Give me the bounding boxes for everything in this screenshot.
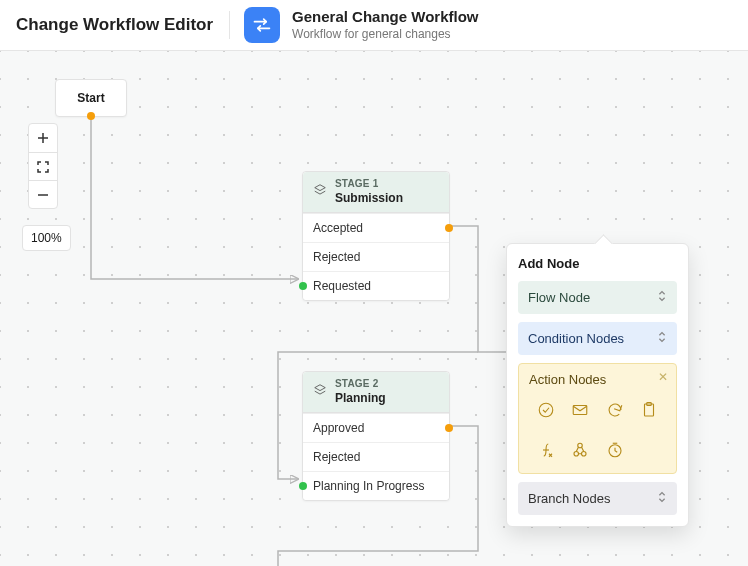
- layers-icon: [313, 383, 327, 400]
- action-function-icon[interactable]: [533, 437, 559, 463]
- stage2-node[interactable]: STAGE 2 Planning Approved Rejected Plann…: [302, 371, 450, 501]
- stage1-row-label: Requested: [313, 279, 371, 293]
- stage2-row-rejected[interactable]: Rejected: [303, 442, 449, 471]
- stage2-kicker: STAGE 2: [335, 378, 386, 391]
- stage1-row-label: Rejected: [313, 250, 360, 264]
- stage1-node[interactable]: STAGE 1 Submission Accepted Rejected Req…: [302, 171, 450, 301]
- workflow-icon: [244, 7, 280, 43]
- zoom-level-display: 100%: [22, 225, 71, 251]
- stage2-approved-out-port[interactable]: [445, 424, 453, 432]
- layers-icon: [313, 183, 327, 200]
- stage1-title: Submission: [335, 191, 403, 206]
- stage2-planning-in-port[interactable]: [299, 482, 307, 490]
- svg-point-6: [574, 452, 579, 457]
- close-icon[interactable]: ✕: [658, 370, 668, 384]
- stage2-row-approved[interactable]: Approved: [303, 413, 449, 442]
- workflow-name: General Change Workflow: [292, 8, 478, 27]
- stage1-row-requested[interactable]: Requested: [303, 271, 449, 300]
- header-bar: Change Workflow Editor General Change Wo…: [0, 0, 748, 51]
- zoom-in-button[interactable]: [29, 124, 57, 152]
- add-flow-label: Flow Node: [528, 290, 590, 305]
- start-output-port[interactable]: [87, 112, 95, 120]
- stage1-row-rejected[interactable]: Rejected: [303, 242, 449, 271]
- expand-icon: [657, 289, 667, 306]
- stage2-header: STAGE 2 Planning: [303, 372, 449, 413]
- start-label: Start: [77, 91, 104, 105]
- svg-point-7: [582, 452, 587, 457]
- action-approve-icon[interactable]: [533, 397, 559, 423]
- stage2-row-label: Approved: [313, 421, 364, 435]
- stage1-requested-in-port[interactable]: [299, 282, 307, 290]
- add-condition-node[interactable]: Condition Nodes: [518, 322, 677, 355]
- workflow-desc: Workflow for general changes: [292, 27, 478, 42]
- expand-icon: [657, 330, 667, 347]
- stage1-header: STAGE 1 Submission: [303, 172, 449, 213]
- add-condition-label: Condition Nodes: [528, 331, 624, 346]
- add-action-label: Action Nodes: [529, 372, 666, 387]
- add-branch-node[interactable]: Branch Nodes: [518, 482, 677, 515]
- start-node[interactable]: Start: [55, 79, 127, 117]
- action-webhook-icon[interactable]: [567, 437, 593, 463]
- action-mail-icon[interactable]: [567, 397, 593, 423]
- action-nodes-group: ✕ Action Nodes: [518, 363, 677, 474]
- stage1-row-accepted[interactable]: Accepted: [303, 213, 449, 242]
- zoom-fit-button[interactable]: [29, 152, 57, 180]
- zoom-controls: [28, 123, 58, 209]
- stage2-row-label: Planning In Progress: [313, 479, 424, 493]
- add-node-title: Add Node: [518, 256, 677, 271]
- action-clipboard-icon[interactable]: [636, 397, 662, 423]
- action-timer-icon[interactable]: [602, 437, 628, 463]
- expand-icon: [657, 490, 667, 507]
- stage1-kicker: STAGE 1: [335, 178, 403, 191]
- stage2-title: Planning: [335, 391, 386, 406]
- action-sync-icon[interactable]: [602, 397, 628, 423]
- zoom-out-button[interactable]: [29, 180, 57, 208]
- svg-marker-1: [315, 385, 326, 391]
- stage2-row-planning[interactable]: Planning In Progress: [303, 471, 449, 500]
- svg-marker-0: [315, 185, 326, 191]
- workflow-meta: General Change Workflow Workflow for gen…: [292, 8, 478, 42]
- stage2-row-label: Rejected: [313, 450, 360, 464]
- page-title: Change Workflow Editor: [16, 15, 229, 35]
- svg-point-2: [539, 403, 553, 417]
- stage1-accepted-out-port[interactable]: [445, 224, 453, 232]
- svg-rect-3: [574, 406, 588, 415]
- add-branch-label: Branch Nodes: [528, 491, 610, 506]
- add-node-panel: Add Node Flow Node Condition Nodes ✕ Act…: [506, 243, 689, 527]
- header-divider: [229, 11, 230, 39]
- stage1-row-label: Accepted: [313, 221, 363, 235]
- add-flow-node[interactable]: Flow Node: [518, 281, 677, 314]
- workflow-canvas[interactable]: 100% Start STAGE 1 Submission Accepted R…: [0, 51, 748, 566]
